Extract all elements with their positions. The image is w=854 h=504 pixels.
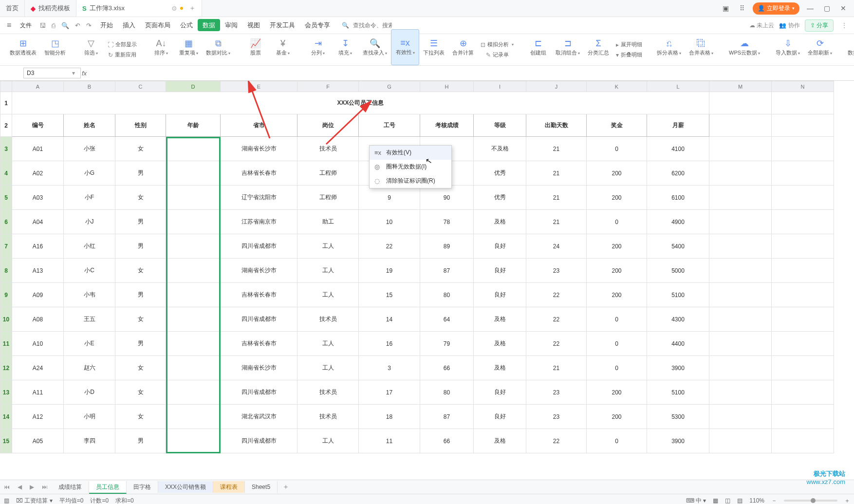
row-header-11[interactable]: 11	[0, 332, 12, 356]
window-restore-icon[interactable]: ▢	[821, 4, 833, 12]
menu-circle-invalid[interactable]: ◎ 圈释无效数据(I)	[370, 160, 451, 174]
window-minimize-icon[interactable]: —	[804, 4, 816, 12]
rb-validity[interactable]: ≡x有效性▾	[391, 29, 419, 65]
select-all-cell[interactable]	[0, 81, 12, 92]
col-header-D[interactable]: D	[166, 81, 221, 92]
status-calc[interactable]: ⌧ 工资结算 ▾	[16, 497, 53, 504]
cell-A6[interactable]: A04	[12, 210, 64, 234]
cell-J10[interactable]: 22	[526, 307, 587, 332]
add-sheet-icon[interactable]: ＋	[278, 483, 294, 491]
view-normal-icon[interactable]: ▦	[713, 497, 718, 504]
cell-L5[interactable]: 6100	[647, 186, 709, 210]
cell-K13[interactable]: 200	[587, 380, 647, 405]
cell-L15[interactable]: 3900	[647, 429, 709, 453]
coop-button[interactable]: 👥 协作	[779, 21, 799, 30]
cell-D14[interactable]	[166, 405, 221, 429]
cell-B5[interactable]: 小F	[64, 186, 115, 210]
menubar-more-icon[interactable]: ⋮	[838, 22, 850, 29]
cell-K4[interactable]: 200	[587, 161, 647, 186]
menu-file[interactable]: 文件	[16, 19, 36, 32]
cell-F13[interactable]: 技术员	[297, 380, 359, 405]
cell-E5[interactable]: 辽宁省沈阳市	[221, 186, 297, 210]
cell-C8[interactable]: 女	[115, 259, 166, 283]
cell-J7[interactable]: 24	[526, 234, 587, 259]
menu-会员专享[interactable]: 会员专享	[300, 19, 335, 31]
cell-K5[interactable]: 200	[587, 186, 647, 210]
sheet-tab-0[interactable]: 成绩结算	[52, 481, 89, 493]
cell-F15[interactable]: 工人	[297, 429, 359, 453]
rb-import[interactable]: ⇩导入数据▾	[772, 30, 804, 65]
cell-H12[interactable]: 66	[420, 356, 474, 380]
cell-C12[interactable]: 女	[115, 356, 166, 380]
menu-开始[interactable]: 开始	[95, 19, 118, 31]
cell-I10[interactable]: 及格	[474, 307, 526, 332]
cell-B13[interactable]: 小D	[64, 380, 115, 405]
cell-E6[interactable]: 江苏省南京市	[221, 210, 297, 234]
cell-F3[interactable]: 技术员	[297, 137, 359, 161]
menu-视图[interactable]: 视图	[242, 19, 265, 31]
row-header-5[interactable]: 5	[0, 186, 12, 210]
cell-D10[interactable]	[166, 307, 221, 332]
rb-group[interactable]: ⊏创建组	[524, 30, 552, 65]
formula-input[interactable]	[93, 68, 854, 78]
rb-stock[interactable]: 📈股票	[242, 30, 269, 65]
cell-J6[interactable]: 21	[526, 210, 587, 234]
header-cell[interactable]: 性别	[115, 114, 166, 137]
menu-search-input[interactable]	[352, 21, 393, 29]
cell-G6[interactable]: 10	[359, 210, 420, 234]
cell-L3[interactable]: 4100	[647, 137, 709, 161]
tab-close-icon[interactable]: ＋	[189, 4, 196, 13]
rb-collapse[interactable]: ▾折叠明细	[613, 50, 645, 59]
menu-插入[interactable]: 插入	[118, 19, 140, 31]
rb-findrec[interactable]: 🔍查找录入▾	[359, 30, 391, 65]
header-cell[interactable]: 姓名	[64, 114, 115, 137]
cell-B11[interactable]: 小E	[64, 332, 115, 356]
rb-sim[interactable]: ⊡模拟分析▾	[478, 40, 517, 49]
spreadsheet[interactable]: ABCDEFGHIJKLMN1XXX公司员工信息2编号姓名性别年龄省市岗位工号考…	[0, 81, 854, 480]
cell-I11[interactable]: 及格	[474, 332, 526, 356]
zoom-out-icon[interactable]: －	[771, 497, 777, 504]
cell-D3[interactable]	[166, 137, 221, 161]
cell-L12[interactable]: 3900	[647, 356, 709, 380]
rb-filter[interactable]: ▽筛选▾	[77, 30, 105, 65]
sheet-tab-3[interactable]: XXX公司销售额	[158, 481, 213, 493]
cell-H11[interactable]: 79	[420, 332, 474, 356]
rb-refresh[interactable]: ⟳全部刷新▾	[804, 30, 836, 65]
sheet-tab-1[interactable]: 员工信息	[89, 481, 127, 494]
rb-smart[interactable]: ◳智能分析	[40, 30, 70, 65]
cell-L8[interactable]: 5000	[647, 259, 709, 283]
cell-H15[interactable]: 66	[420, 429, 474, 453]
cell-F9[interactable]: 工人	[297, 283, 359, 307]
cell-L14[interactable]: 5300	[647, 405, 709, 429]
cell-B12[interactable]: 赵六	[64, 356, 115, 380]
col-header-N[interactable]: N	[772, 81, 834, 92]
col-header-A[interactable]: A	[12, 81, 64, 92]
cell-H10[interactable]: 64	[420, 307, 474, 332]
col-header-L[interactable]: L	[647, 81, 709, 92]
cell-J5[interactable]: 21	[526, 186, 587, 210]
menu-validity[interactable]: ≡x 有效性(V)	[370, 146, 451, 160]
header-cell[interactable]: 工号	[359, 114, 420, 137]
redo-icon[interactable]: ↷	[84, 22, 93, 29]
row-header-9[interactable]: 9	[0, 283, 12, 307]
cell-E3[interactable]: 湖南省长沙市	[221, 137, 297, 161]
tab-settings-icon[interactable]: ⚙	[171, 5, 177, 12]
cell-I3[interactable]: 不及格	[474, 137, 526, 161]
cell-G12[interactable]: 3	[359, 356, 420, 380]
row-header-10[interactable]: 10	[0, 307, 12, 332]
rb-expand[interactable]: ▸展开明细	[613, 40, 645, 49]
col-header-H[interactable]: H	[420, 81, 474, 92]
zoom-in-icon[interactable]: ＋	[844, 497, 850, 504]
cloud-status[interactable]: ☁ 未上云	[749, 21, 774, 30]
cell-L10[interactable]: 4300	[647, 307, 709, 332]
header-cell[interactable]: 考核成绩	[420, 114, 474, 137]
cell-D4[interactable]	[166, 161, 221, 186]
cell-C7[interactable]: 男	[115, 234, 166, 259]
cell-A8[interactable]: A13	[12, 259, 64, 283]
cell-I13[interactable]: 良好	[474, 380, 526, 405]
panel-icon[interactable]: ▣	[720, 4, 731, 12]
cell-F7[interactable]: 工人	[297, 234, 359, 259]
rb-reapply[interactable]: ↻重新应用	[105, 50, 140, 59]
cell-K7[interactable]: 200	[587, 234, 647, 259]
rb-fill[interactable]: ↧填充▾	[332, 30, 359, 65]
